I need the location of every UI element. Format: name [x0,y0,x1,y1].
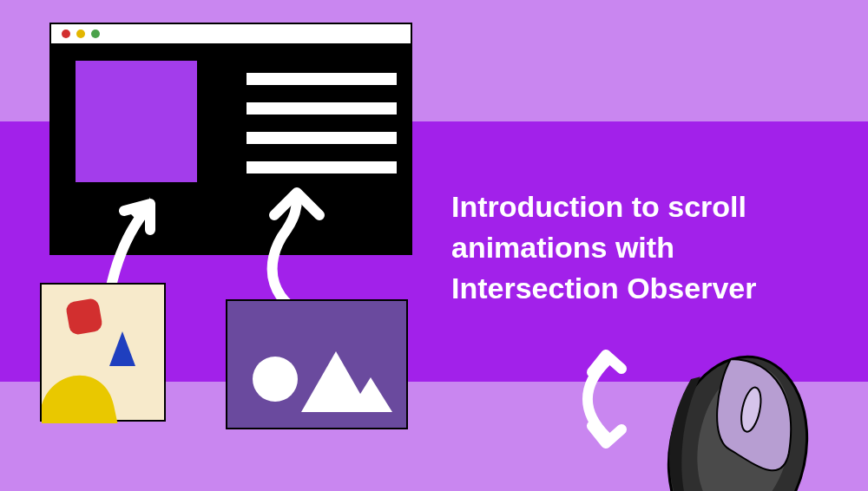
placeholder-text-lines [247,73,397,173]
shape-card-monochrome-art [227,301,410,431]
window-control-minimize-icon [76,29,85,38]
shape-card-monochrome [226,299,408,429]
shape-card-primary [40,283,166,422]
browser-chrome-bar [49,23,412,43]
window-control-close-icon [62,29,70,38]
text-line-icon [247,161,397,173]
shape-card-primary-art [42,285,168,423]
window-control-maximize-icon [91,29,100,38]
svg-marker-1 [109,331,135,366]
text-line-icon [247,73,397,85]
svg-rect-0 [65,298,103,336]
text-line-icon [247,102,397,115]
computer-mouse-icon [625,338,825,491]
placeholder-image-icon [76,61,197,182]
text-line-icon [247,132,397,144]
svg-point-2 [253,357,298,402]
page-title: Introduction to scroll animations with I… [451,187,833,309]
